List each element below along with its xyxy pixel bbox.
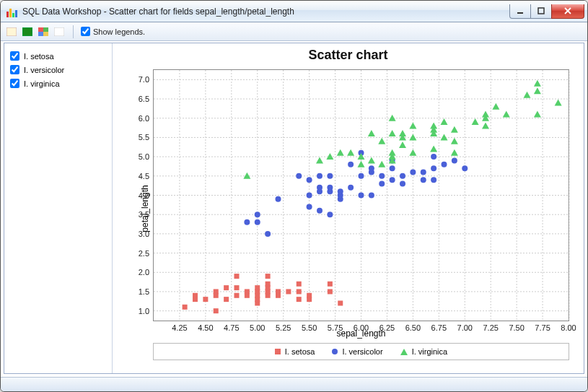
- svg-rect-7: [43, 32, 48, 36]
- svg-point-114: [442, 162, 447, 167]
- svg-marker-158: [555, 99, 562, 105]
- svg-rect-48: [234, 285, 240, 290]
- svg-marker-156: [534, 87, 541, 94]
- svg-point-108: [410, 169, 416, 175]
- svg-point-102: [379, 173, 385, 179]
- toolbar: Show legends.: [1, 22, 587, 41]
- svg-point-80: [307, 193, 312, 199]
- app-icon: [6, 6, 18, 17]
- svg-marker-130: [389, 149, 396, 156]
- chart-area: Scatter chart petal_length 1.01.52.02.53…: [113, 43, 584, 373]
- svg-marker-152: [492, 103, 499, 110]
- svg-rect-47: [234, 293, 240, 298]
- svg-point-112: [431, 165, 436, 171]
- plot-region[interactable]: 1.01.52.02.53.03.54.04.55.05.56.06.57.04…: [153, 69, 569, 321]
- svg-text:6.0: 6.0: [139, 114, 149, 123]
- svg-marker-122: [358, 161, 365, 167]
- legend-item-setosa: I. setosa: [275, 347, 315, 356]
- svg-marker-136: [409, 149, 416, 156]
- svg-point-116: [462, 165, 468, 171]
- chart-style-light-button[interactable]: [5, 25, 18, 38]
- svg-marker-135: [399, 130, 406, 136]
- svg-rect-38: [183, 305, 188, 310]
- svg-rect-42: [214, 308, 219, 313]
- svg-rect-41: [203, 297, 208, 302]
- series-toggle-setosa[interactable]: I. setosa: [9, 49, 107, 63]
- svg-text:6.5: 6.5: [139, 95, 149, 103]
- toolbar-separator: [73, 25, 74, 38]
- svg-point-76: [265, 231, 271, 237]
- svg-point-73: [244, 219, 250, 225]
- window-buttons: [510, 4, 584, 19]
- svg-text:2.0: 2.0: [139, 268, 149, 276]
- svg-point-79: [307, 204, 312, 210]
- svg-point-86: [327, 212, 333, 217]
- svg-rect-44: [214, 289, 219, 294]
- svg-marker-155: [534, 110, 541, 117]
- minimize-button[interactable]: [509, 4, 531, 19]
- chart-style-blank-button[interactable]: [53, 25, 66, 38]
- svg-rect-6: [38, 32, 43, 36]
- svg-rect-69: [307, 293, 312, 298]
- svg-point-115: [452, 157, 457, 163]
- svg-marker-151: [482, 110, 489, 117]
- svg-marker-142: [430, 122, 437, 129]
- svg-point-75: [255, 212, 260, 217]
- svg-rect-70: [328, 289, 333, 294]
- svg-rect-2: [6, 27, 17, 36]
- svg-text:5.5: 5.5: [139, 133, 149, 141]
- svg-point-82: [317, 208, 322, 214]
- chart-style-green-button[interactable]: [21, 25, 34, 38]
- series-toggle-virginica[interactable]: I. virginica: [9, 77, 107, 90]
- svg-point-92: [338, 188, 343, 194]
- titlebar[interactable]: SQL Data Workshop - Scatter chart for fi…: [1, 1, 587, 22]
- svg-rect-46: [224, 285, 229, 290]
- svg-marker-157: [534, 80, 541, 87]
- svg-marker-132: [389, 115, 396, 121]
- svg-point-89: [327, 173, 333, 179]
- legend-item-virginica: I. virginica: [400, 347, 448, 356]
- circle-icon: [332, 349, 338, 354]
- svg-point-109: [421, 177, 426, 183]
- svg-point-100: [369, 165, 374, 171]
- svg-marker-149: [482, 122, 489, 129]
- svg-text:7.0: 7.0: [139, 75, 149, 84]
- svg-rect-5: [43, 27, 48, 32]
- svg-text:3.5: 3.5: [139, 210, 149, 219]
- svg-rect-64: [286, 289, 291, 294]
- svg-marker-154: [524, 92, 531, 98]
- chart-style-multi-button[interactable]: [37, 25, 50, 38]
- svg-point-78: [296, 173, 302, 179]
- series-toggle-versicolor[interactable]: I. versicolor: [9, 63, 107, 77]
- svg-text:1.5: 1.5: [139, 287, 149, 296]
- status-bar: [1, 377, 587, 391]
- svg-point-84: [317, 185, 322, 191]
- svg-rect-72: [338, 300, 343, 305]
- show-legends-input[interactable]: [81, 27, 90, 36]
- square-icon: [275, 349, 281, 354]
- svg-rect-49: [234, 274, 240, 279]
- svg-point-88: [327, 185, 333, 191]
- svg-point-93: [348, 185, 354, 191]
- svg-rect-8: [54, 27, 64, 36]
- svg-point-94: [348, 162, 354, 167]
- svg-marker-145: [451, 149, 458, 156]
- svg-marker-139: [430, 145, 437, 152]
- maximize-button[interactable]: [530, 4, 552, 19]
- svg-point-77: [276, 196, 281, 202]
- series-sidebar: I. setosa I. versicolor I. virginica: [4, 43, 113, 373]
- chart-legend: I. setosa I. versicolor I. virginica: [153, 343, 569, 360]
- svg-point-85: [317, 173, 322, 179]
- show-legends-checkbox[interactable]: Show legends.: [81, 27, 145, 36]
- svg-point-106: [400, 180, 405, 186]
- svg-text:5.0: 5.0: [139, 152, 149, 161]
- svg-marker-131: [389, 130, 396, 136]
- svg-point-101: [379, 180, 385, 186]
- svg-text:1.0: 1.0: [139, 307, 149, 315]
- svg-rect-0: [517, 12, 523, 14]
- svg-marker-127: [378, 138, 385, 144]
- svg-marker-133: [399, 141, 406, 148]
- close-button[interactable]: [551, 4, 584, 19]
- svg-point-74: [255, 219, 260, 225]
- show-legends-label: Show legends.: [93, 27, 145, 36]
